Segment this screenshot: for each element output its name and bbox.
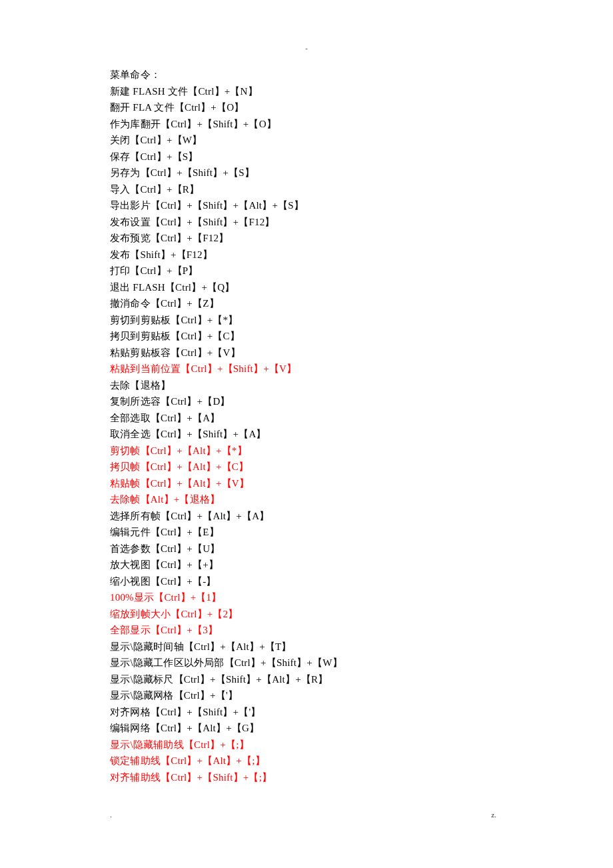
- shortcut-line: 对齐辅助线【Ctrl】+【Shift】+【;】: [110, 769, 613, 786]
- shortcut-line: 全部选取【Ctrl】+【A】: [110, 410, 613, 427]
- shortcut-line: 发布【Shift】+【F12】: [110, 247, 613, 263]
- shortcut-line: 另存为【Ctrl】+【Shift】+【S】: [110, 165, 613, 181]
- shortcut-line: 复制所选容【Ctrl】+【D】: [110, 393, 613, 410]
- shortcut-line: 去除【退格】: [110, 377, 613, 394]
- footer-right-marker: z.: [491, 807, 496, 823]
- shortcut-line: 导出影片【Ctrl】+【Shift】+【Alt】+【S】: [110, 197, 613, 214]
- document-page: - 菜单命令：新建 FLASH 文件【Ctrl】+【N】翻开 FLA 文件【Ct…: [0, 0, 613, 868]
- shortcut-line: 编辑元件【Ctrl】+【E】: [110, 524, 613, 541]
- shortcut-line: 粘贴到当前位置【Ctrl】+【Shift】+【V】: [110, 361, 613, 377]
- shortcut-line: 菜单命令：: [110, 67, 613, 83]
- shortcut-line: 发布预览【Ctrl】+【F12】: [110, 230, 613, 247]
- shortcut-line: 撤消命令【Ctrl】+【Z】: [110, 295, 613, 312]
- shortcut-line: 导入【Ctrl】+【R】: [110, 181, 613, 198]
- shortcut-line: 退出 FLASH【Ctrl】+【Q】: [110, 279, 613, 296]
- shortcut-line: 编辑网络【Ctrl】+【Alt】+【G】: [110, 720, 613, 737]
- shortcut-line: 打印【Ctrl】+【P】: [110, 263, 613, 279]
- header-marker: -: [0, 40, 613, 57]
- shortcut-line: 显示\隐藏标尺【Ctrl】+【Shift】+【Alt】+【R】: [110, 671, 613, 688]
- shortcut-line: 关闭【Ctrl】+【W】: [110, 132, 613, 149]
- shortcut-line: 100%显示【Ctrl】+【1】: [110, 589, 613, 606]
- shortcut-line: 缩放到帧大小【Ctrl】+【2】: [110, 606, 613, 623]
- shortcut-line: 放大视图【Ctrl】+【+】: [110, 557, 613, 573]
- shortcut-line: 粘贴剪贴板容【Ctrl】+【V】: [110, 345, 613, 361]
- shortcut-line: 显示\隐藏时间轴【Ctrl】+【Alt】+【T】: [110, 639, 613, 655]
- shortcut-line: 新建 FLASH 文件【Ctrl】+【N】: [110, 83, 613, 100]
- shortcut-line: 发布设置【Ctrl】+【Shift】+【F12】: [110, 214, 613, 231]
- shortcut-line: 作为库翻开【Ctrl】+【Shift】+【O】: [110, 116, 613, 133]
- shortcut-line: 拷贝帧【Ctrl】+【Alt】+【C】: [110, 459, 613, 475]
- shortcut-line: 取消全选【Ctrl】+【Shift】+【A】: [110, 426, 613, 443]
- footer-left-marker: .: [110, 807, 112, 823]
- shortcut-line: 显示\隐藏工作区以外局部【Ctrl】+【Shift】+【W】: [110, 655, 613, 671]
- shortcut-line: 对齐网格【Ctrl】+【Shift】+【'】: [110, 704, 613, 721]
- shortcut-line: 首选参数【Ctrl】+【U】: [110, 541, 613, 557]
- shortcut-line: 剪切帧【Ctrl】+【Alt】+【*】: [110, 443, 613, 459]
- shortcut-line: 全部显示【Ctrl】+【3】: [110, 622, 613, 639]
- shortcut-line: 锁定辅助线【Ctrl】+【Alt】+【;】: [110, 753, 613, 769]
- shortcut-line: 显示\隐藏网格【Ctrl】+【'】: [110, 687, 613, 704]
- shortcut-list: 菜单命令：新建 FLASH 文件【Ctrl】+【N】翻开 FLA 文件【Ctrl…: [110, 67, 613, 785]
- shortcut-line: 选择所有帧【Ctrl】+【Alt】+【A】: [110, 508, 613, 525]
- shortcut-line: 翻开 FLA 文件【Ctrl】+【O】: [110, 99, 613, 116]
- shortcut-line: 粘贴帧【Ctrl】+【Alt】+【V】: [110, 475, 613, 492]
- shortcut-line: 剪切到剪贴板【Ctrl】+【*】: [110, 312, 613, 329]
- shortcut-line: 去除帧【Alt】+【退格】: [110, 491, 613, 508]
- shortcut-line: 保存【Ctrl】+【S】: [110, 149, 613, 165]
- shortcut-line: 拷贝到剪贴板【Ctrl】+【C】: [110, 328, 613, 345]
- shortcut-line: 缩小视图【Ctrl】+【-】: [110, 573, 613, 590]
- shortcut-line: 显示\隐藏辅助线【Ctrl】+【;】: [110, 737, 613, 753]
